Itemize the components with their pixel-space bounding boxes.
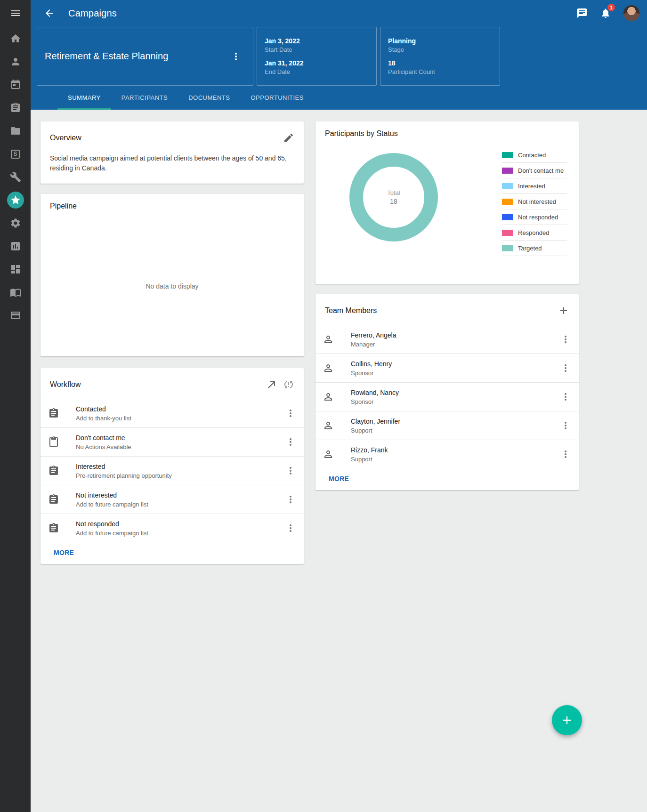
sidebar-item-billing[interactable] (7, 307, 24, 324)
team-member-row: Rizzo, Frank Support (315, 440, 579, 468)
plus-icon (560, 714, 574, 727)
team-member-menu-button[interactable] (556, 445, 575, 464)
assignment-icon (48, 523, 59, 534)
sidebar-item-documents[interactable] (7, 122, 24, 139)
legend-label: Contacted (518, 152, 546, 159)
assignment-icon (48, 408, 59, 419)
legend-item[interactable]: Don't contact me (502, 163, 567, 178)
legend-label: Targeted (518, 245, 542, 252)
pipeline-card: Pipeline No data to display (40, 194, 304, 356)
tab-participants[interactable]: PARTICIPANTS (111, 87, 178, 110)
sidebar-item-calendar[interactable] (7, 76, 24, 93)
sidebar-item-knowledge-base[interactable] (7, 284, 24, 301)
tab-documents[interactable]: DOCUMENTS (178, 87, 240, 110)
workflow-more-button[interactable]: MORE (54, 549, 74, 556)
workflow-item-menu-button[interactable] (281, 404, 300, 423)
chart-legend: Contacted Don't contact me Interested No… (502, 147, 567, 256)
sidebar-item-dashboard[interactable] (7, 261, 24, 278)
workflow-item-subtitle: Add to thank-you list (76, 415, 281, 422)
add-fab-button[interactable] (552, 705, 582, 735)
bar-chart-icon (10, 241, 21, 252)
participant-count-value: 18 (388, 59, 492, 67)
chat-button[interactable] (573, 4, 591, 23)
sidebar-item-contacts[interactable] (7, 53, 24, 70)
workflow-item: Not interested Add to future campaign li… (40, 485, 304, 514)
legend-label: Not responded (518, 214, 558, 221)
participant-count-label: Participant Count (388, 68, 492, 75)
legend-color-chip (502, 152, 513, 158)
workflow-sync-button[interactable] (280, 376, 297, 393)
notifications-button[interactable]: 1 (596, 4, 615, 23)
legend-color-chip (502, 245, 513, 251)
workflow-item: Don't contact me No Actions Available (40, 427, 304, 456)
sidebar-item-reports[interactable] (7, 238, 24, 255)
workflow-item: Not responded Add to future campaign lis… (40, 514, 304, 542)
legend-item[interactable]: Not responded (502, 209, 567, 225)
sidebar-item-tools[interactable] (7, 169, 24, 185)
campaign-dates-card: Jan 3, 2022 Start Date Jan 31, 2022 End … (257, 27, 377, 86)
add-team-member-button[interactable] (555, 302, 572, 319)
workflow-open-button[interactable] (263, 376, 280, 393)
legend-color-chip (502, 183, 513, 189)
legend-item[interactable]: Interested (502, 178, 567, 194)
calendar-icon (10, 79, 21, 90)
kebab-icon (560, 420, 571, 431)
legend-item[interactable]: Contacted (502, 147, 567, 163)
workflow-card: Workflow Contacted Add to thank-you list… (40, 368, 304, 564)
workflow-item-subtitle: Add to future campaign list (76, 501, 281, 508)
legend-item[interactable]: Targeted (502, 241, 567, 256)
kebab-icon (285, 436, 296, 448)
workflow-item: Contacted Add to thank-you list (40, 399, 304, 427)
sidebar-item-campaigns[interactable] (7, 192, 24, 209)
workflow-item-menu-button[interactable] (281, 433, 300, 451)
person-outline-icon (323, 391, 334, 402)
sidebar-item-settings[interactable] (7, 215, 24, 232)
home-icon (10, 33, 21, 44)
team-member-menu-button[interactable] (556, 416, 575, 435)
wrench-icon (10, 171, 21, 183)
sidebar-item-home[interactable] (7, 30, 24, 47)
sidebar-item-seminars[interactable]: S (7, 145, 24, 162)
hamburger-menu-button[interactable] (0, 0, 31, 26)
legend-label: Not interested (518, 198, 556, 205)
kebab-icon (285, 494, 296, 505)
team-member-row: Collins, Henry Sponsor (315, 354, 579, 382)
team-members-more-button[interactable]: MORE (329, 475, 349, 482)
tab-summary[interactable]: SUMMARY (57, 87, 111, 110)
sidebar-nav: S (7, 30, 24, 324)
campaign-name: Retirement & Estate Planning (45, 51, 226, 62)
campaign-header: Campaigns 1 Retirement & Estate Planning… (31, 0, 647, 110)
legend-color-chip (502, 168, 513, 174)
campaign-menu-button[interactable] (226, 47, 245, 66)
team-member-role: Support (351, 456, 556, 463)
sync-status-icon (283, 379, 294, 390)
legend-item[interactable]: Responded (502, 225, 567, 241)
workflow-item-menu-button[interactable] (281, 519, 300, 538)
user-avatar[interactable] (623, 5, 639, 21)
sidebar-item-tasks[interactable] (7, 99, 24, 116)
tab-opportunities[interactable]: OPPORTUNITIES (240, 87, 314, 110)
team-member-menu-button[interactable] (556, 330, 575, 349)
workflow-item-title: Contacted (76, 405, 281, 413)
stage-label: Stage (388, 46, 492, 53)
clipboard-icon (48, 436, 59, 448)
team-member-name: Ferrero, Angela (351, 331, 556, 339)
participant-count-field: 18 Participant Count (388, 59, 492, 75)
person-outline-icon (323, 334, 334, 345)
person-outline-icon (323, 362, 334, 374)
back-button[interactable] (40, 4, 59, 23)
team-member-menu-button[interactable] (556, 359, 575, 378)
edit-overview-button[interactable] (280, 129, 297, 146)
overview-card: Overview Social media campaign aimed at … (40, 121, 304, 184)
plus-icon (558, 305, 569, 316)
workflow-item-title: Interested (76, 463, 281, 470)
kebab-icon (560, 362, 571, 374)
team-member-menu-button[interactable] (556, 387, 575, 406)
workflow-item-menu-button[interactable] (281, 490, 300, 509)
team-member-role: Manager (351, 341, 556, 348)
right-column: Participants by Status Total 18 Contacte… (315, 121, 579, 490)
legend-item[interactable]: Not interested (502, 194, 567, 209)
workflow-item-menu-button[interactable] (281, 461, 300, 480)
app-bar-actions: 1 (573, 4, 639, 23)
pipeline-title: Pipeline (50, 202, 297, 210)
